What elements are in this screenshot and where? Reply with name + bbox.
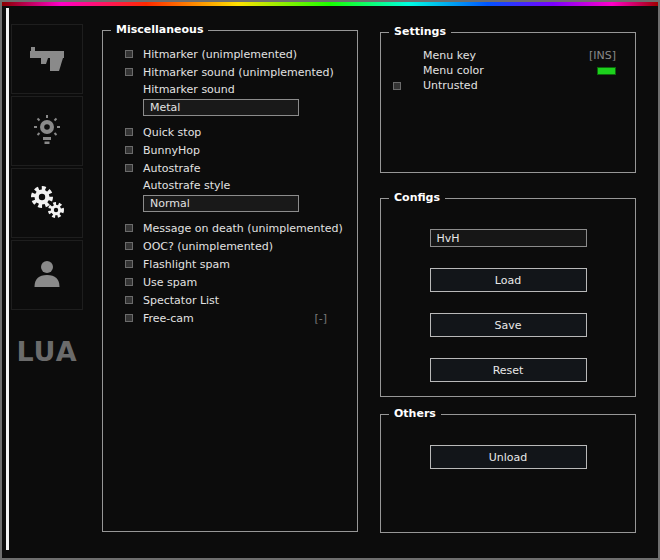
person-icon (32, 259, 62, 292)
spectator-list-checkbox[interactable] (125, 296, 133, 304)
settings-row: Menu key [INS] (381, 48, 635, 63)
unload-button[interactable]: Unload (430, 445, 587, 469)
sidebar-tab-lua[interactable]: LUA (11, 336, 83, 367)
save-button-label: Save (494, 319, 521, 332)
hitmarker-checkbox[interactable] (125, 50, 133, 58)
menu-color-swatch[interactable] (597, 67, 616, 75)
misc-row: Use spam (125, 273, 327, 291)
use-spam-checkbox[interactable] (125, 278, 133, 286)
autostrafe-style-dropdown[interactable]: Normal (143, 195, 299, 212)
settings-row: Menu color (381, 63, 635, 78)
hitmarker-sound-dropdown[interactable]: Metal (143, 99, 299, 116)
autostrafe-label: Autostrafe (143, 162, 201, 175)
lightbulb-icon (32, 114, 62, 149)
sidebar-accent-line (6, 8, 9, 550)
load-button-label: Load (495, 274, 521, 287)
misc-row: Quick stop (125, 123, 327, 141)
quick-stop-checkbox[interactable] (125, 128, 133, 136)
config-name-input[interactable] (430, 229, 587, 247)
sidebar: LUA (11, 24, 83, 367)
message-on-death-label: Message on death (unimplemented) (143, 222, 343, 235)
autostrafe-style-label: Autostrafe style (143, 179, 230, 192)
misc-row: Flashlight spam (125, 255, 327, 273)
ooc-checkbox[interactable] (125, 242, 133, 250)
freecam-checkbox[interactable] (125, 314, 133, 322)
ooc-label: OOC? (unimplemented) (143, 240, 273, 253)
menu-key-label: Menu key (423, 49, 476, 62)
hitmarker-label: Hitmarker (unimplemented) (143, 48, 297, 61)
settings-panel-title: Settings (389, 25, 451, 38)
hitmarker-sound-dropdown-value: Metal (150, 101, 180, 114)
hitmarker-sound-checkbox[interactable] (125, 68, 133, 76)
rainbow-accent-bar (2, 2, 658, 6)
gears-icon (28, 184, 66, 223)
miscellaneous-panel-title: Miscellaneous (111, 23, 208, 36)
bunnyhop-checkbox[interactable] (125, 146, 133, 154)
quick-stop-label: Quick stop (143, 126, 201, 139)
load-button[interactable]: Load (430, 268, 587, 292)
freecam-keybind[interactable]: [-] (314, 312, 327, 325)
misc-row: Hitmarker sound (125, 81, 327, 98)
misc-row: BunnyHop (125, 141, 327, 159)
misc-row: Autostrafe style (125, 177, 327, 194)
misc-row: Autostrafe (125, 159, 327, 177)
spectator-list-label: Spectator List (143, 294, 219, 307)
message-on-death-checkbox[interactable] (125, 224, 133, 232)
reset-button-label: Reset (493, 364, 524, 377)
misc-row: Hitmarker sound (unimplemented) (125, 63, 327, 81)
others-panel-title: Others (389, 407, 441, 420)
autostrafe-style-dropdown-value: Normal (150, 197, 190, 210)
hitmarker-sound-dropdown-label: Hitmarker sound (143, 83, 235, 96)
misc-row: OOC? (unimplemented) (125, 237, 327, 255)
gun-icon (29, 43, 65, 76)
settings-panel: Settings Menu key [INS] Menu color Untru… (380, 32, 636, 173)
menu-color-label: Menu color (423, 64, 484, 77)
others-panel: Others Unload (380, 414, 636, 533)
misc-row: Free-cam [-] (125, 309, 327, 327)
misc-row: Message on death (unimplemented) (125, 219, 327, 237)
use-spam-label: Use spam (143, 276, 197, 289)
misc-row: Spectator List (125, 291, 327, 309)
hitmarker-sound-checkbox-label: Hitmarker sound (unimplemented) (143, 66, 334, 79)
settings-row: Untrusted (381, 78, 635, 93)
sidebar-tab-players[interactable] (11, 240, 83, 310)
sidebar-tab-visuals[interactable] (11, 96, 83, 166)
unload-button-label: Unload (489, 451, 528, 464)
configs-panel-title: Configs (389, 191, 445, 204)
reset-button[interactable]: Reset (430, 358, 587, 382)
save-button[interactable]: Save (430, 313, 587, 337)
freecam-label: Free-cam (143, 312, 194, 325)
misc-row: Hitmarker (unimplemented) (125, 45, 327, 63)
cheat-menu-window: LUA Miscellaneous Hitmarker (unimplement… (0, 0, 660, 560)
bunnyhop-label: BunnyHop (143, 144, 200, 157)
untrusted-label: Untrusted (423, 79, 478, 92)
configs-panel: Configs Load Save Reset (380, 198, 636, 397)
menu-key-bind[interactable]: [INS] (589, 49, 616, 62)
autostrafe-checkbox[interactable] (125, 164, 133, 172)
flashlight-spam-checkbox[interactable] (125, 260, 133, 268)
miscellaneous-panel: Miscellaneous Hitmarker (unimplemented) … (102, 30, 358, 532)
sidebar-tab-misc[interactable] (11, 168, 83, 238)
flashlight-spam-label: Flashlight spam (143, 258, 230, 271)
sidebar-tab-aim[interactable] (11, 24, 83, 94)
untrusted-checkbox[interactable] (393, 82, 401, 90)
